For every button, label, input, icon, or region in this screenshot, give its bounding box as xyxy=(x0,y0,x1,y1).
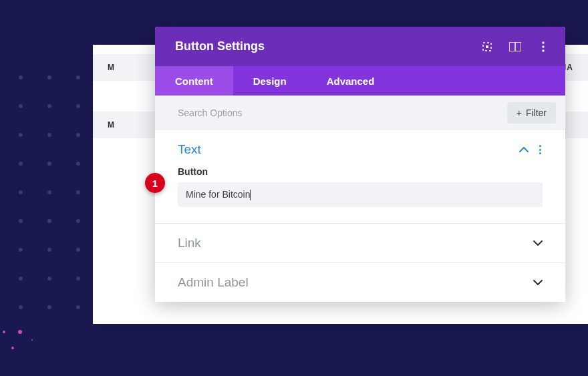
svg-point-28 xyxy=(3,331,5,333)
section-more-icon[interactable] xyxy=(538,144,543,156)
section-text-controls xyxy=(519,144,543,156)
svg-point-30 xyxy=(11,347,14,349)
annotation-marker-1: 1 xyxy=(145,173,165,193)
svg-point-15 xyxy=(76,190,80,194)
svg-point-18 xyxy=(76,219,80,223)
svg-point-5 xyxy=(47,104,51,108)
section-link-header[interactable]: Link xyxy=(178,236,543,250)
svg-point-38 xyxy=(542,49,544,51)
svg-point-16 xyxy=(19,219,23,223)
svg-point-11 xyxy=(47,162,51,166)
svg-point-24 xyxy=(76,276,80,280)
tab-content[interactable]: Content xyxy=(155,66,233,96)
chevron-down-icon[interactable] xyxy=(533,280,543,285)
svg-point-21 xyxy=(76,248,80,252)
chevron-up-icon[interactable] xyxy=(519,147,529,152)
modal-title: Button Settings xyxy=(175,39,265,53)
tab-design[interactable]: Design xyxy=(233,66,307,96)
svg-point-23 xyxy=(47,276,51,280)
tab-bar: Content Design Advanced xyxy=(155,66,565,96)
text-cursor xyxy=(250,190,251,200)
search-row: + Filter xyxy=(155,96,565,130)
modal-header[interactable]: Button Settings xyxy=(155,27,565,66)
section-text: 1 Text Button Mine for Bitcoin xyxy=(155,130,565,224)
section-link-controls xyxy=(533,240,543,246)
svg-point-29 xyxy=(18,330,22,334)
svg-point-14 xyxy=(47,190,51,194)
svg-point-17 xyxy=(47,219,51,223)
svg-point-20 xyxy=(47,248,51,252)
svg-point-19 xyxy=(19,248,23,252)
svg-point-10 xyxy=(19,162,23,166)
button-field-label: Button xyxy=(178,166,543,177)
columns-icon[interactable] xyxy=(509,41,521,53)
section-admin-header[interactable]: Admin Label xyxy=(178,275,543,290)
svg-point-1 xyxy=(47,75,51,79)
button-text-input[interactable]: Mine for Bitcoin xyxy=(178,182,543,207)
bg-left-text2: M xyxy=(108,120,115,130)
header-icons xyxy=(481,41,549,53)
section-link: Link xyxy=(155,224,565,263)
svg-point-9 xyxy=(76,133,80,137)
svg-point-7 xyxy=(19,133,23,137)
more-icon[interactable] xyxy=(537,41,549,53)
section-admin-label: Admin Label xyxy=(155,263,565,302)
svg-point-37 xyxy=(542,45,544,47)
section-admin-title: Admin Label xyxy=(178,275,249,290)
filter-button[interactable]: + Filter xyxy=(507,102,556,124)
svg-point-4 xyxy=(19,104,23,108)
filter-label: Filter xyxy=(526,108,547,118)
plus-icon: + xyxy=(517,108,522,118)
button-text-field: Button Mine for Bitcoin xyxy=(178,166,543,207)
svg-point-26 xyxy=(47,305,51,309)
svg-point-13 xyxy=(19,190,23,194)
settings-modal: Button Settings Content Design Advanced … xyxy=(155,27,565,302)
svg-point-25 xyxy=(19,305,23,309)
svg-rect-33 xyxy=(486,45,488,48)
tab-advanced[interactable]: Advanced xyxy=(307,66,395,96)
section-text-title: Text xyxy=(178,142,201,157)
svg-point-27 xyxy=(76,305,80,309)
section-link-title: Link xyxy=(178,236,201,250)
svg-point-36 xyxy=(542,41,544,43)
section-text-header[interactable]: Text xyxy=(178,142,543,157)
svg-point-22 xyxy=(19,276,23,280)
expand-icon[interactable] xyxy=(481,41,493,53)
chevron-down-icon[interactable] xyxy=(533,240,543,246)
button-text-value: Mine for Bitcoin xyxy=(186,189,250,200)
svg-point-2 xyxy=(76,75,80,79)
svg-point-0 xyxy=(19,75,23,79)
svg-point-12 xyxy=(76,162,80,166)
svg-point-31 xyxy=(31,339,33,341)
search-input[interactable] xyxy=(178,108,507,118)
section-admin-controls xyxy=(533,280,543,285)
bg-left-text: M xyxy=(108,63,115,72)
svg-point-8 xyxy=(47,133,51,137)
svg-point-6 xyxy=(76,104,80,108)
